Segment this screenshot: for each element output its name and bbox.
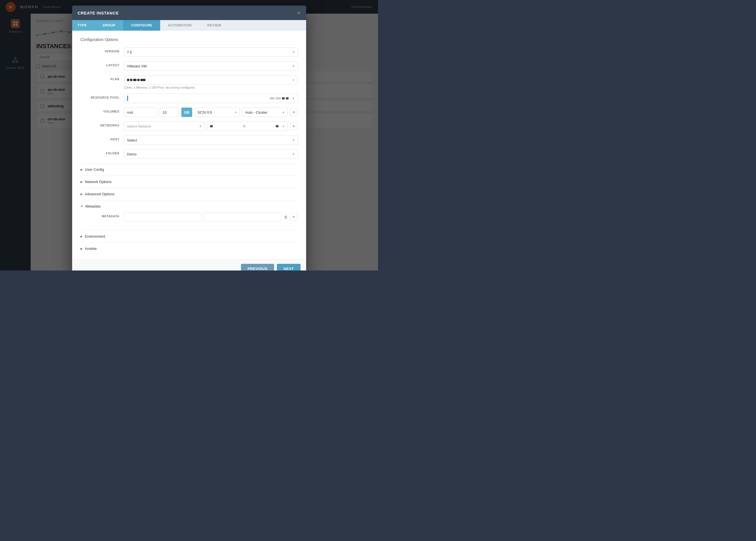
advanced-options-label: Advanced Options: [85, 192, 115, 196]
volume-size-input[interactable]: [160, 108, 179, 117]
plan-field: ▼ Cores: 1 Memory: 1 GB Price: No pricin…: [124, 75, 298, 89]
plan-dots: [127, 79, 146, 81]
volume-type-wrapper: SCSI 0:0 ▼: [194, 108, 240, 117]
host-value: Select: [127, 138, 137, 142]
plan-row: PLAN ▼ Cores: 1 Memory: 1 GB P: [81, 75, 298, 89]
ansible-label: Ansible: [85, 247, 97, 251]
folder-dropdown-wrapper: Demo ▼: [124, 149, 298, 159]
host-dropdown-wrapper: Select ▼: [124, 135, 298, 145]
network-options-toggle[interactable]: ▶ Network Options: [81, 180, 298, 184]
folder-dropdown[interactable]: Demo ▼: [124, 149, 298, 159]
step-review-label: REVIEW: [207, 23, 221, 27]
volume-type-dropdown[interactable]: SCSI 0:0 ▼: [194, 108, 240, 117]
add-volume-button[interactable]: +: [290, 108, 298, 116]
layout-row: LAYOUT VMware VM ▼: [81, 61, 298, 71]
plan-dropdown[interactable]: ▼: [124, 75, 298, 85]
modal-close-button[interactable]: ×: [297, 10, 300, 16]
metadata-field-label: METADATA: [81, 212, 120, 218]
host-chevron: ▼: [292, 139, 295, 142]
resource-pool-segments: [270, 97, 289, 100]
modal-footer: PREVIOUS NEXT: [72, 259, 306, 270]
network-config-wrapper: ▼: [207, 122, 288, 131]
environment-section: ▶ Environment: [81, 230, 298, 243]
environment-arrow: ▶: [81, 235, 83, 238]
net-seg1: [210, 125, 213, 127]
networks-label: NETWORKS: [81, 122, 120, 127]
step-group[interactable]: GROUP: [95, 20, 124, 31]
volume-type-chevron: ▼: [234, 111, 237, 114]
plan-dropdown-wrapper: ▼: [124, 75, 298, 85]
user-config-arrow: ▶: [81, 168, 83, 171]
step-type[interactable]: TYPE: [72, 20, 95, 31]
volumes-label: VOLUMES: [81, 108, 120, 113]
networks-group: Select Network ▼ ▼ +: [124, 122, 298, 131]
host-label: HOST: [81, 135, 120, 141]
previous-button[interactable]: PREVIOUS: [241, 264, 274, 270]
next-button[interactable]: NEXT: [277, 264, 300, 270]
folder-chevron: ▼: [292, 153, 295, 156]
user-config-toggle[interactable]: ▶ User Config: [81, 168, 298, 172]
folder-label: FOLDER: [81, 149, 120, 155]
resource-pool-chevron: ▼: [292, 97, 295, 100]
volume-cluster-dropdown[interactable]: Auto - Cluster ▼: [242, 108, 287, 117]
step-automation[interactable]: AUTOMATION: [160, 20, 199, 31]
modal-header: CREATE INSTANCE ×: [72, 6, 306, 20]
plan-hint: Cores: 1 Memory: 1 GB Price: No pricing …: [124, 86, 298, 89]
section-title: Configuration Options: [81, 37, 298, 42]
modal-body: Configuration Options VERSION 7.5 ▼ LAYO…: [72, 31, 306, 259]
volume-cluster-chevron: ▼: [282, 111, 285, 114]
host-row: HOST Select ▼: [81, 135, 298, 145]
layout-value: VMware VM: [127, 64, 147, 68]
host-dropdown[interactable]: Select ▼: [124, 135, 298, 145]
version-dropdown-wrapper: 7.5 ▼: [124, 47, 298, 57]
modal-title: CREATE INSTANCE: [78, 11, 119, 15]
resource-pool-dropdown[interactable]: ▼: [124, 94, 298, 103]
user-config-label: User Config: [85, 168, 104, 172]
add-network-button[interactable]: +: [290, 122, 298, 130]
network-options-section: ▶ Network Options: [81, 176, 298, 188]
volume-cluster-wrapper: Auto - Cluster ▼: [242, 108, 287, 117]
ansible-arrow: ▶: [81, 247, 83, 250]
network-select-dropdown[interactable]: Select Network ▼: [124, 122, 205, 131]
layout-chevron: ▼: [292, 65, 295, 68]
metadata-toggle[interactable]: ▼ Metadata: [81, 204, 298, 209]
layout-dropdown[interactable]: VMware VM ▼: [124, 61, 298, 71]
layout-label: LAYOUT: [81, 61, 120, 67]
advanced-options-toggle[interactable]: ▶ Advanced Options: [81, 192, 298, 196]
advanced-options-section: ▶ Advanced Options: [81, 188, 298, 200]
advanced-options-arrow: ▶: [81, 193, 83, 196]
user-config-section: ▶ User Config: [81, 163, 298, 176]
network-select-wrapper: Select Network ▼: [124, 122, 205, 131]
network-config-chevron: ▼: [282, 125, 285, 128]
metadata-arrow: ▼: [81, 205, 83, 208]
net-seg3: [276, 125, 278, 127]
step-automation-label: AUTOMATION: [168, 23, 191, 27]
ansible-toggle[interactable]: ▶ Ansible: [81, 247, 298, 251]
version-chevron: ▼: [292, 51, 295, 54]
step-group-label: GROUP: [103, 23, 116, 27]
volume-name-input[interactable]: [124, 108, 158, 117]
version-row: VERSION 7.5 ▼: [81, 47, 298, 57]
wizard-steps: TYPE GROUP CONFIGURE AUTOMATION REVIEW: [72, 20, 306, 31]
volume-unit-button[interactable]: GB: [181, 108, 192, 117]
step-configure[interactable]: CONFIGURE: [123, 20, 160, 31]
step-review[interactable]: REVIEW: [199, 20, 229, 31]
add-metadata-button[interactable]: +: [290, 213, 298, 221]
plan-chevron: ▼: [292, 79, 295, 82]
create-instance-modal: CREATE INSTANCE × TYPE GROUP CONFIGURE A…: [72, 6, 306, 270]
environment-toggle[interactable]: ▶ Environment: [81, 234, 298, 239]
environment-label: Environment: [85, 234, 105, 239]
version-label: VERSION: [81, 47, 120, 53]
volumes-group: GB SCSI 0:0 ▼ Auto - Cluster ▼ +: [124, 108, 298, 117]
resource-pool-row: RESOURCE POOL ▼: [81, 94, 298, 103]
step-type-label: TYPE: [78, 23, 87, 27]
metadata-value-input[interactable]: [204, 212, 282, 222]
metadata-section: ▼ Metadata METADATA 🗑 +: [81, 200, 298, 230]
metadata-key-input[interactable]: [124, 212, 202, 222]
metadata-delete-button[interactable]: 🗑: [284, 215, 288, 219]
resource-pool-label: RESOURCE POOL: [81, 94, 120, 99]
resource-pool-dropdown-wrapper: ▼: [124, 94, 298, 103]
networks-row: NETWORKS Select Network ▼ ▼ +: [81, 122, 298, 131]
version-dropdown[interactable]: 7.5 ▼: [124, 47, 298, 57]
network-config-dropdown[interactable]: ▼: [207, 122, 288, 131]
